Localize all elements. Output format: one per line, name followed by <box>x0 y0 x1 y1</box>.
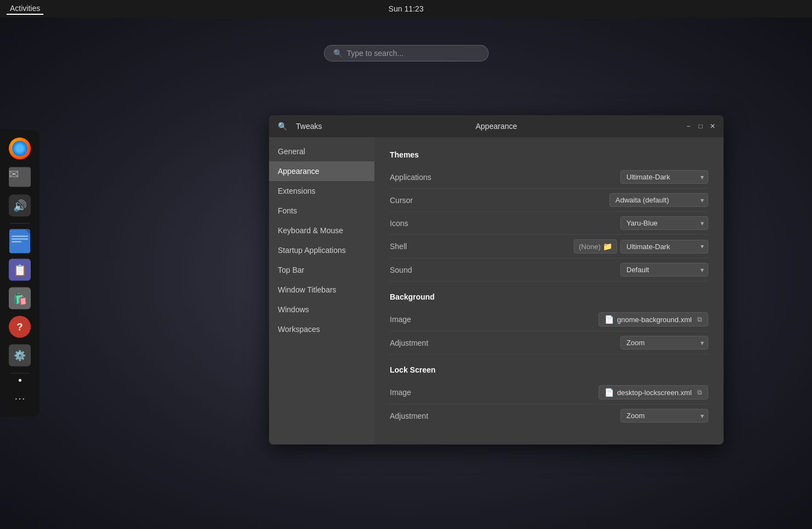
dock-item-notes[interactable]: 📋 <box>7 257 33 283</box>
clock-display: Sun 11:23 <box>389 4 424 13</box>
activities-button[interactable]: Activities <box>7 3 43 15</box>
window-titlebar: 🔍 Tweaks Appearance − □ ✕ <box>269 115 724 137</box>
speaker-icon: 🔊 <box>9 195 31 217</box>
shell-dropdown[interactable]: Ultimate-Dark <box>620 240 708 254</box>
ls-adjustment-label: Adjustment <box>390 412 428 420</box>
lockscreen-section-title: Lock Screen <box>390 365 708 374</box>
shell-row-right: (None) 📁 Ultimate-Dark <box>574 239 708 254</box>
sound-dropdown[interactable]: Default <box>620 263 708 277</box>
sound-dropdown-wrap: Default <box>620 263 708 277</box>
sidebar-item-appearance[interactable]: Appearance <box>269 161 374 181</box>
window-body: General Appearance Extensions Fonts Keyb… <box>269 137 724 444</box>
ls-image-copy-btn[interactable]: ⧉ <box>697 389 702 396</box>
icons-dropdown[interactable]: Yaru-Blue <box>620 216 708 230</box>
sidebar-item-top-bar[interactable]: Top Bar <box>269 260 374 280</box>
sidebar-item-windows[interactable]: Windows <box>269 300 374 319</box>
dock-divider <box>10 223 30 224</box>
shell-label: Shell <box>390 242 407 251</box>
close-button[interactable]: ✕ <box>708 122 717 131</box>
firefox-icon <box>9 138 31 160</box>
bg-image-value: gnome-background.xml <box>617 316 692 324</box>
sidebar-item-fonts[interactable]: Fonts <box>269 201 374 221</box>
ls-image-value: desktop-lockscreen.xml <box>617 389 692 397</box>
window-center-title: Appearance <box>475 122 517 131</box>
cursor-row: Cursor Adwaita (default) <box>390 189 708 212</box>
shell-folder-button[interactable]: (None) 📁 <box>574 239 617 254</box>
search-icon: 🔍 <box>333 49 343 58</box>
applications-dropdown-wrap: Ultimate-Dark <box>620 170 708 184</box>
cursor-dropdown-wrap: Adwaita (default) <box>609 193 708 207</box>
ls-adjustment-dropdown[interactable]: Zoom <box>620 409 708 423</box>
bg-adjustment-label: Adjustment <box>390 339 428 347</box>
sidebar-item-window-titlebars[interactable]: Window Titlebars <box>269 280 374 300</box>
dock-item-appstore[interactable]: 🛍️ <box>7 285 33 312</box>
applications-row: Applications Ultimate-Dark <box>390 166 708 189</box>
sound-row: Sound Default <box>390 258 708 282</box>
icons-row: Icons Yaru-Blue <box>390 212 708 235</box>
sidebar-item-keyboard-mouse[interactable]: Keyboard & Mouse <box>269 221 374 240</box>
minimize-button[interactable]: − <box>684 122 693 131</box>
dock-item-grid[interactable]: ⋯ <box>7 385 33 412</box>
dock-item-tools[interactable]: ⚙️ <box>7 342 33 369</box>
sidebar-item-workspaces[interactable]: Workspaces <box>269 319 374 339</box>
content-area: Themes Applications Ultimate-Dark Cursor <box>374 137 724 444</box>
sidebar-item-startup-apps[interactable]: Startup Applications <box>269 240 374 260</box>
ls-adjustment-dropdown-wrap: Zoom <box>620 409 708 423</box>
topbar: Activities Sun 11:23 <box>0 0 812 18</box>
cursor-label: Cursor <box>390 196 413 205</box>
bg-image-copy-btn[interactable]: ⧉ <box>697 316 702 323</box>
appstore-icon: 🛍️ <box>9 288 31 309</box>
help-icon: ? <box>9 316 31 338</box>
window-tweaks-label: Tweaks <box>296 122 322 131</box>
themes-section-title: Themes <box>390 150 708 159</box>
maximize-button[interactable]: □ <box>696 122 705 131</box>
ls-image-label: Image <box>390 388 411 397</box>
bg-adjustment-row: Adjustment Zoom <box>390 331 708 354</box>
ls-image-row: Image 📄 desktop-lockscreen.xml ⧉ <box>390 381 708 404</box>
shell-row: Shell (None) 📁 Ultimate-Dark <box>390 235 708 258</box>
folder-icon: 📁 <box>603 242 612 251</box>
bg-adjustment-dropdown-wrap: Zoom <box>620 336 708 350</box>
desktop: 🔍 ✉ 🔊 📋 <box>0 18 812 529</box>
dock-divider-2 <box>10 373 30 374</box>
window-controls: − □ ✕ <box>684 122 717 131</box>
applications-label: Applications <box>390 173 432 182</box>
ls-image-right: 📄 desktop-lockscreen.xml ⧉ <box>598 385 708 399</box>
dock-item-help[interactable]: ? <box>7 314 33 340</box>
sidebar-item-extensions[interactable]: Extensions <box>269 181 374 201</box>
icons-label: Icons <box>390 219 408 228</box>
tools-icon: ⚙️ <box>9 345 31 367</box>
dock-item-firefox[interactable] <box>7 136 33 162</box>
background-section-title: Background <box>390 292 708 301</box>
bg-file-icon: 📄 <box>604 315 614 324</box>
grid-icon: ⋯ <box>9 387 31 409</box>
notes-icon: 📋 <box>9 259 31 281</box>
search-bar-wrapper: 🔍 <box>324 35 489 61</box>
titlebar-search-icon[interactable]: 🔍 <box>276 120 289 133</box>
sidebar: General Appearance Extensions Fonts Keyb… <box>269 137 374 444</box>
dock-item-writer[interactable] <box>7 228 33 255</box>
shell-none-label: (None) <box>579 243 601 251</box>
icons-dropdown-wrap: Yaru-Blue <box>620 216 708 230</box>
cursor-dropdown[interactable]: Adwaita (default) <box>609 193 708 207</box>
bg-adjustment-dropdown[interactable]: Zoom <box>620 336 708 350</box>
ls-adjustment-row: Adjustment Zoom <box>390 404 708 427</box>
dock-item-mail[interactable]: ✉ <box>7 164 33 190</box>
search-input[interactable] <box>347 49 473 58</box>
sidebar-item-general[interactable]: General <box>269 142 374 161</box>
applications-dropdown[interactable]: Ultimate-Dark <box>620 170 708 184</box>
search-bar[interactable]: 🔍 <box>324 45 489 61</box>
dock-indicator <box>19 379 21 382</box>
ls-file-icon: 📄 <box>604 388 614 397</box>
bg-image-row: Image 📄 gnome-background.xml ⧉ <box>390 308 708 331</box>
bg-image-field[interactable]: 📄 gnome-background.xml ⧉ <box>598 312 708 327</box>
mail-icon: ✉ <box>9 167 31 187</box>
tweaks-window: 🔍 Tweaks Appearance − □ ✕ General Appear… <box>269 115 724 444</box>
bg-image-right: 📄 gnome-background.xml ⧉ <box>598 312 708 327</box>
ls-image-field[interactable]: 📄 desktop-lockscreen.xml ⧉ <box>598 385 708 399</box>
dock-item-speaker[interactable]: 🔊 <box>7 193 33 219</box>
dock: ✉ 🔊 📋 🛍️ ? ⚙️ <box>0 130 40 417</box>
sound-label: Sound <box>390 266 412 274</box>
shell-dropdown-wrap: Ultimate-Dark <box>620 240 708 254</box>
bg-image-label: Image <box>390 315 411 324</box>
